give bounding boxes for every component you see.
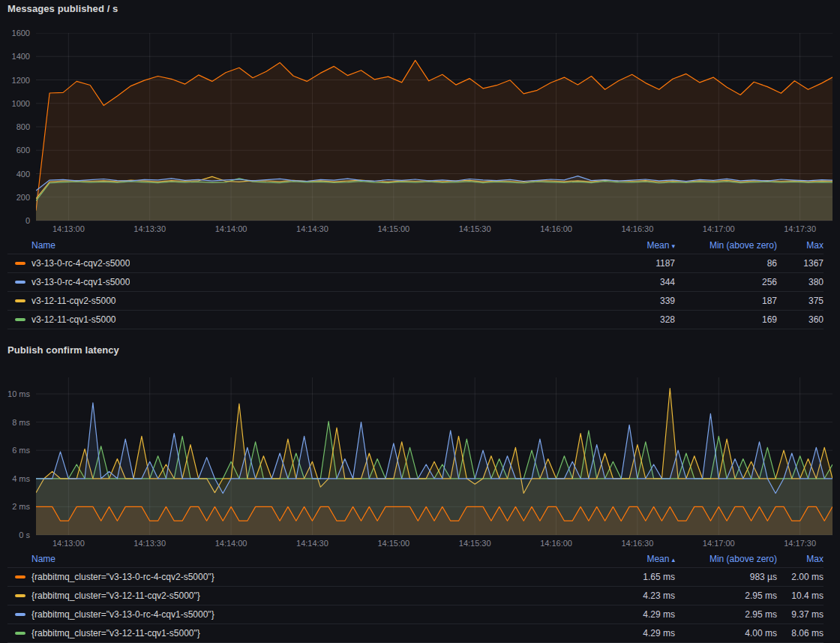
x-axis-tick-label: 14:14:00 bbox=[215, 538, 248, 548]
legend-max-value: 8.06 ms bbox=[777, 628, 824, 638]
legend-series-name-label: v3-13-0-rc-4-cqv2-s5000 bbox=[32, 258, 130, 269]
legend-max-value: 10.4 ms bbox=[777, 590, 824, 601]
legend-header-max[interactable]: Max bbox=[777, 240, 824, 251]
legend-series-name[interactable]: v3-13-0-rc-4-cqv1-s5000 bbox=[8, 277, 592, 287]
y-axis-tick-label: 2 ms bbox=[0, 501, 30, 512]
y-axis-tick-label: 0 s bbox=[0, 530, 30, 540]
legend-messages-published: NameMean▾Min (above zero)Maxv3-13-0-rc-4… bbox=[8, 237, 824, 329]
series-color-swatch-icon[interactable] bbox=[15, 262, 26, 265]
legend-series-name[interactable]: {rabbitmq_cluster="v3-12-11-cqv1-s5000"} bbox=[8, 628, 592, 638]
legend-header-min[interactable]: Min (above zero) bbox=[675, 240, 777, 251]
legend-series-name-label: {rabbitmq_cluster="v3-13-0-rc-4-cqv1-s50… bbox=[32, 609, 214, 620]
legend-mean-value: 1187 bbox=[592, 258, 675, 269]
series-color-swatch-icon[interactable] bbox=[15, 632, 26, 635]
legend-min-value: 86 bbox=[675, 258, 777, 269]
x-axis-tick-label: 14:16:30 bbox=[621, 224, 653, 234]
x-axis-tick-label: 14:15:30 bbox=[459, 538, 491, 548]
legend-series-name[interactable]: v3-13-0-rc-4-cqv2-s5000 bbox=[8, 258, 592, 269]
legend-row: v3-12-11-cqv1-s5000328169360 bbox=[8, 310, 824, 329]
legend-row: {rabbitmq_cluster="v3-13-0-rc-4-cqv2-s50… bbox=[8, 567, 824, 586]
time-series-plot-messages-published[interactable] bbox=[36, 33, 832, 222]
y-axis-tick-label: 1600 bbox=[0, 28, 30, 38]
y-axis-tick-label: 4 ms bbox=[0, 473, 30, 484]
series-color-swatch-icon[interactable] bbox=[15, 318, 26, 321]
legend-header-row: NameMean▾Min (above zero)Max bbox=[8, 237, 824, 254]
y-axis-tick-label: 800 bbox=[0, 122, 30, 132]
legend-row: v3-12-11-cqv2-s5000339187375 bbox=[8, 291, 824, 310]
legend-series-name[interactable]: {rabbitmq_cluster="v3-13-0-rc-4-cqv2-s50… bbox=[8, 572, 592, 582]
x-axis-tick-label: 14:16:00 bbox=[540, 538, 572, 548]
y-axis-tick-label: 8 ms bbox=[0, 417, 30, 428]
x-axis-tick-label: 14:16:00 bbox=[540, 224, 572, 234]
legend-header-mean[interactable]: Mean▾ bbox=[592, 240, 675, 251]
y-axis-tick-label: 1200 bbox=[0, 75, 30, 86]
legend-row: v3-13-0-rc-4-cqv1-s5000344256380 bbox=[8, 272, 824, 291]
legend-row: {rabbitmq_cluster="v3-12-11-cqv1-s5000"}… bbox=[8, 623, 824, 642]
legend-mean-value: 1.65 ms bbox=[592, 572, 675, 582]
y-axis-tick-label: 400 bbox=[0, 169, 30, 179]
x-axis-tick-label: 14:17:30 bbox=[784, 538, 816, 548]
time-series-plot-publish-confirm-latency[interactable] bbox=[36, 368, 832, 537]
x-axis-tick-label: 14:13:30 bbox=[134, 224, 166, 234]
legend-max-value: 360 bbox=[777, 314, 824, 325]
legend-row: v3-13-0-rc-4-cqv2-s50001187861367 bbox=[8, 254, 824, 272]
legend-series-name[interactable]: {rabbitmq_cluster="v3-12-11-cqv2-s5000"} bbox=[8, 590, 592, 601]
legend-min-value: 256 bbox=[675, 277, 777, 287]
x-axis-tick-label: 14:15:30 bbox=[459, 224, 491, 234]
legend-min-value: 187 bbox=[675, 296, 777, 306]
y-axis-tick-label: 200 bbox=[0, 192, 30, 203]
legend-header-row: NameMean▴Min (above zero)Max bbox=[8, 551, 824, 567]
y-axis-tick-label: 600 bbox=[0, 145, 30, 155]
legend-series-name-label: v3-13-0-rc-4-cqv1-s5000 bbox=[32, 277, 130, 287]
x-axis-tick-label: 14:17:00 bbox=[703, 538, 735, 548]
x-axis-tick-label: 14:15:00 bbox=[377, 538, 410, 548]
legend-header-mean[interactable]: Mean▴ bbox=[592, 554, 675, 564]
legend-header-mean-label: Mean bbox=[646, 240, 669, 251]
x-axis-tick-label: 14:13:30 bbox=[134, 538, 166, 548]
y-axis-tick-label: 0 bbox=[0, 215, 30, 226]
x-axis-tick-label: 14:17:00 bbox=[703, 224, 735, 234]
legend-mean-value: 4.29 ms bbox=[592, 609, 675, 620]
x-axis-tick-label: 14:17:30 bbox=[784, 224, 816, 234]
legend-header-name[interactable]: Name bbox=[8, 240, 592, 251]
legend-min-value: 2.95 ms bbox=[675, 609, 777, 620]
legend-header-max[interactable]: Max bbox=[777, 554, 824, 564]
x-axis-tick-label: 14:13:00 bbox=[52, 538, 85, 548]
legend-mean-value: 4.29 ms bbox=[592, 628, 675, 638]
legend-publish-confirm-latency: NameMean▴Min (above zero)Max{rabbitmq_cl… bbox=[8, 551, 824, 643]
legend-series-name[interactable]: v3-12-11-cqv2-s5000 bbox=[8, 296, 592, 306]
legend-header-min[interactable]: Min (above zero) bbox=[675, 554, 777, 564]
legend-header-name-label: Name bbox=[32, 554, 56, 564]
legend-series-name[interactable]: {rabbitmq_cluster="v3-13-0-rc-4-cqv1-s50… bbox=[8, 609, 592, 620]
legend-series-name-label: {rabbitmq_cluster="v3-12-11-cqv1-s5000"} bbox=[32, 628, 200, 638]
legend-series-name-label: {rabbitmq_cluster="v3-13-0-rc-4-cqv2-s50… bbox=[32, 572, 214, 582]
series-color-swatch-icon[interactable] bbox=[15, 299, 26, 302]
legend-series-name-label: v3-12-11-cqv1-s5000 bbox=[32, 314, 116, 325]
legend-mean-value: 4.23 ms bbox=[592, 590, 675, 601]
legend-min-value: 169 bbox=[675, 314, 777, 325]
y-axis-tick-label: 6 ms bbox=[0, 445, 30, 455]
series-color-swatch-icon[interactable] bbox=[15, 575, 26, 578]
legend-min-value: 4.00 ms bbox=[675, 628, 777, 638]
series-area bbox=[36, 176, 832, 221]
x-axis-tick-label: 14:14:30 bbox=[296, 538, 328, 548]
series-color-swatch-icon[interactable] bbox=[15, 594, 26, 597]
legend-header-name[interactable]: Name bbox=[8, 554, 592, 564]
legend-mean-value: 339 bbox=[592, 296, 675, 306]
legend-max-value: 380 bbox=[777, 277, 824, 287]
legend-series-name-label: v3-12-11-cqv2-s5000 bbox=[32, 296, 116, 306]
y-axis-tick-label: 10 ms bbox=[0, 389, 30, 399]
legend-min-value: 983 µs bbox=[675, 572, 777, 582]
legend-mean-value: 344 bbox=[592, 277, 675, 287]
panel-title-publish-confirm-latency[interactable]: Publish confirm latency bbox=[8, 344, 119, 356]
legend-header-mean-label: Mean bbox=[646, 554, 669, 564]
legend-series-name[interactable]: v3-12-11-cqv1-s5000 bbox=[8, 314, 592, 325]
series-color-swatch-icon[interactable] bbox=[15, 281, 26, 284]
panel-title-messages-published[interactable]: Messages published / s bbox=[8, 3, 118, 14]
series-color-swatch-icon[interactable] bbox=[15, 613, 26, 616]
x-axis-tick-label: 14:13:00 bbox=[52, 224, 85, 234]
legend-mean-value: 328 bbox=[592, 314, 675, 325]
x-axis-tick-label: 14:16:30 bbox=[621, 538, 653, 548]
x-axis-tick-label: 14:14:00 bbox=[215, 224, 248, 234]
y-axis-tick-label: 1000 bbox=[0, 98, 30, 109]
